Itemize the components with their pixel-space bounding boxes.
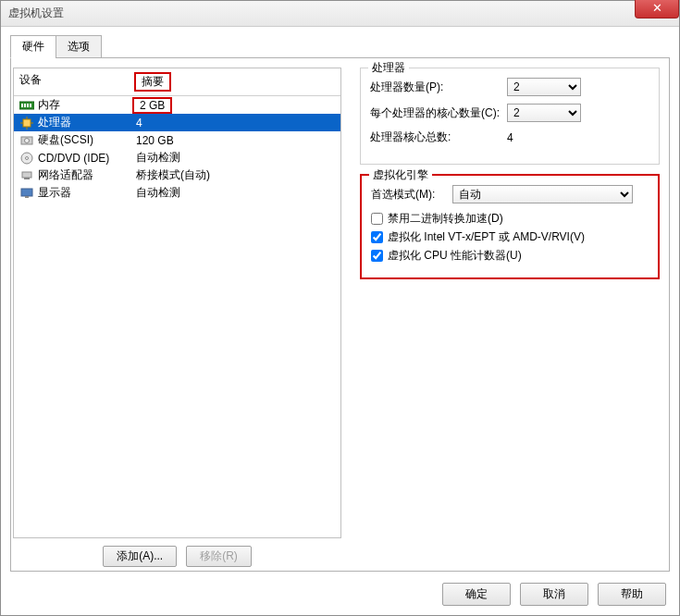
cores-per-proc-select[interactable]: 2 bbox=[507, 104, 581, 122]
svg-rect-3 bbox=[27, 104, 29, 107]
svg-rect-15 bbox=[24, 178, 30, 179]
device-label: 显示器 bbox=[38, 185, 136, 201]
hw-row-network[interactable]: 网络适配器 桥接模式(自动) bbox=[14, 166, 340, 184]
settings-window: 虚拟机设置 ✕ 硬件 选项 设备 摘要 内存 2 GB bbox=[0, 0, 680, 616]
svg-rect-1 bbox=[21, 104, 23, 107]
virtualize-perf-checkbox[interactable] bbox=[371, 250, 383, 262]
help-button[interactable]: 帮助 bbox=[598, 583, 666, 606]
group-title: 处理器 bbox=[368, 60, 409, 76]
disk-icon bbox=[19, 133, 34, 148]
summary-label: 120 GB bbox=[136, 134, 335, 147]
hw-row-processor[interactable]: 处理器 4 bbox=[14, 114, 340, 131]
svg-rect-2 bbox=[24, 104, 26, 107]
summary-label: 2 GB bbox=[136, 97, 335, 114]
header-summary: 摘要 bbox=[132, 68, 340, 95]
hw-row-memory[interactable]: 内存 2 GB bbox=[14, 96, 340, 114]
svg-rect-17 bbox=[25, 196, 29, 198]
tab-hardware[interactable]: 硬件 bbox=[10, 35, 56, 58]
group-title: 虚拟化引擎 bbox=[369, 167, 432, 183]
preferred-mode-select[interactable]: 自动 bbox=[452, 185, 633, 203]
monitor-icon bbox=[19, 186, 34, 201]
tab-options[interactable]: 选项 bbox=[56, 35, 102, 58]
svg-rect-4 bbox=[30, 104, 31, 107]
hardware-list-header: 设备 摘要 bbox=[14, 68, 340, 96]
virtualize-perf-label: 虚拟化 CPU 性能计数器(U) bbox=[388, 248, 522, 264]
memory-icon bbox=[19, 98, 34, 113]
cd-icon bbox=[19, 151, 34, 166]
cancel-button[interactable]: 取消 bbox=[520, 583, 588, 606]
hw-row-display[interactable]: 显示器 自动检测 bbox=[14, 184, 340, 202]
cores-per-proc-label: 每个处理器的核心数量(C): bbox=[370, 105, 500, 121]
dialog-footer: 确定 取消 帮助 bbox=[442, 583, 666, 606]
device-label: 处理器 bbox=[38, 115, 136, 130]
add-button[interactable]: 添加(A)... bbox=[103, 546, 177, 567]
processor-count-label: 处理器数量(P): bbox=[370, 80, 500, 95]
total-cores-label: 处理器核心总数: bbox=[370, 129, 500, 145]
preferred-mode-label: 首选模式(M): bbox=[371, 187, 445, 203]
hw-row-disk[interactable]: 硬盘(SCSI) 120 GB bbox=[14, 131, 340, 149]
virtualize-vtx-checkbox[interactable] bbox=[371, 231, 383, 243]
svg-point-11 bbox=[25, 138, 30, 142]
total-cores-value: 4 bbox=[507, 131, 649, 144]
svg-point-13 bbox=[26, 156, 29, 159]
hw-row-cddvd[interactable]: CD/DVD (IDE) 自动检测 bbox=[14, 149, 340, 166]
device-label: CD/DVD (IDE) bbox=[38, 152, 136, 165]
virtualize-vtx-label: 虚拟化 Intel VT-x/EPT 或 AMD-V/RVI(V) bbox=[388, 229, 585, 245]
disable-binary-checkbox[interactable] bbox=[371, 213, 383, 225]
summary-label: 4 bbox=[136, 117, 335, 129]
hardware-buttons: 添加(A)... 移除(R) bbox=[13, 546, 341, 567]
svg-rect-5 bbox=[23, 119, 31, 127]
network-icon bbox=[19, 168, 34, 183]
virtualization-engine-group: 虚拟化引擎 首选模式(M): 自动 禁用二进制转换加速(D) 虚拟化 Intel… bbox=[360, 174, 660, 279]
disable-binary-label: 禁用二进制转换加速(D) bbox=[388, 211, 503, 227]
hardware-list: 设备 摘要 内存 2 GB 处理器 4 bbox=[13, 68, 341, 538]
device-label: 内存 bbox=[38, 97, 136, 113]
cpu-icon bbox=[19, 116, 34, 130]
main-panel: 设备 摘要 内存 2 GB 处理器 4 bbox=[10, 58, 670, 572]
remove-button[interactable]: 移除(R) bbox=[186, 546, 252, 567]
svg-rect-14 bbox=[22, 172, 31, 178]
details-panel: 处理器 处理器数量(P): 2 每个处理器的核心数量(C): 2 处理器核心总数… bbox=[352, 68, 667, 567]
window-title: 虚拟机设置 bbox=[8, 6, 64, 21]
svg-rect-16 bbox=[21, 189, 32, 196]
summary-label: 桥接模式(自动) bbox=[136, 167, 335, 183]
tab-bar: 硬件 选项 bbox=[10, 34, 670, 58]
close-button[interactable]: ✕ bbox=[635, 0, 679, 18]
device-label: 硬盘(SCSI) bbox=[38, 132, 136, 148]
content-area: 硬件 选项 设备 摘要 内存 2 GB 处理器 bbox=[1, 27, 679, 581]
summary-label: 自动检测 bbox=[136, 185, 335, 201]
ok-button[interactable]: 确定 bbox=[442, 583, 511, 606]
processors-group: 处理器 处理器数量(P): 2 每个处理器的核心数量(C): 2 处理器核心总数… bbox=[360, 68, 660, 165]
processor-count-select[interactable]: 2 bbox=[507, 78, 581, 96]
titlebar: 虚拟机设置 ✕ bbox=[1, 1, 679, 27]
summary-label: 自动检测 bbox=[136, 150, 335, 166]
device-label: 网络适配器 bbox=[38, 167, 136, 183]
header-device: 设备 bbox=[14, 68, 132, 95]
hardware-panel: 设备 摘要 内存 2 GB 处理器 4 bbox=[13, 68, 341, 567]
